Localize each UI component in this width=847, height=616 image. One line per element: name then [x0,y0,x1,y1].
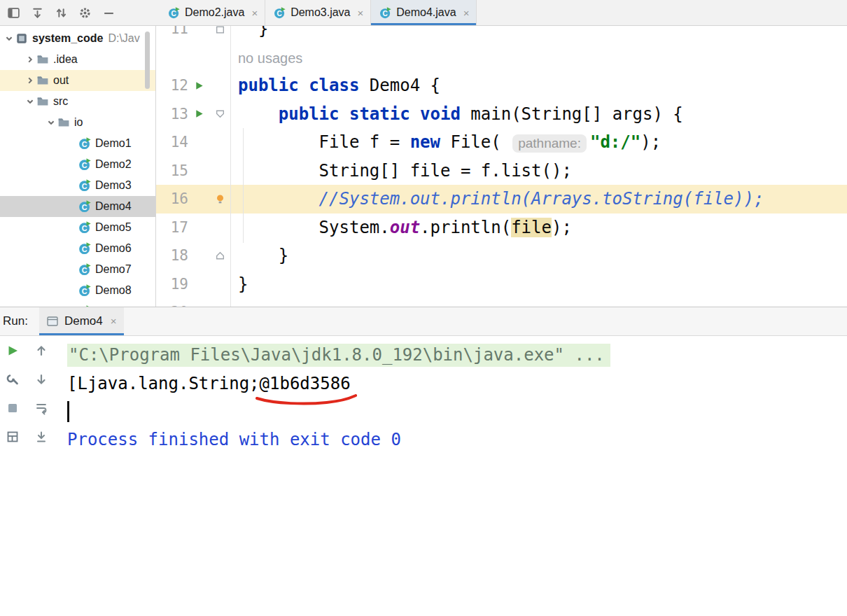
gutter[interactable]: 20 [156,298,231,307]
code-text[interactable]: System.out.println(file); [231,218,572,237]
run-controls-strip [0,336,25,616]
code-text[interactable]: //System.out.println(Arrays.toString(fil… [231,189,764,209]
collapse-all-icon[interactable] [28,4,46,22]
tool-window-icon[interactable] [4,4,22,22]
tree-item-Demo5[interactable]: CDemo5 [0,217,155,238]
chevron-right-icon[interactable] [24,74,36,87]
folder-icon [36,74,49,87]
tab-label: Demo4.java [396,6,456,19]
code-line-17[interactable]: 17 System.out.println(file); [156,214,847,242]
settings-wrench-button[interactable] [4,371,21,388]
tree-item-system_code[interactable]: system_codeD:\Jav [0,28,155,49]
code-text[interactable]: public class Demo4 { [231,76,440,95]
chevron-down-icon[interactable] [45,116,57,129]
scroll-to-end-button[interactable] [33,428,50,445]
hide-panel-icon[interactable] [99,4,118,22]
restore-layout-button[interactable] [4,428,21,445]
code-line-16[interactable]: 16 //System.out.println(Arrays.toString(… [156,185,847,214]
console-output[interactable]: "C:\Program Files\Java\jdk1.8.0_192\bin\… [57,336,847,616]
editor-tab-Demo2.java[interactable]: CDemo2.java× [160,0,265,25]
red-underline-annotation [254,394,358,405]
line-number[interactable]: 19 [156,276,188,293]
line-number[interactable]: 11 [156,26,188,37]
project-scrollbar[interactable] [145,31,150,89]
usages-hint[interactable]: no usages [238,50,302,66]
tree-item-src[interactable]: src [0,91,155,112]
class-icon: C [379,7,391,19]
code-text[interactable]: } [231,246,288,265]
code-line-12[interactable]: 12public class Demo4 { [156,71,847,100]
soft-wrap-button[interactable] [33,400,50,416]
close-tab-icon[interactable]: × [463,7,470,19]
line-number[interactable]: 16 [156,190,188,207]
tree-item-.idea[interactable]: .idea [0,49,155,70]
tree-item-Demo3[interactable]: CDemo3 [0,175,155,196]
project-panel: system_codeD:\Jav.ideaoutsrcioCDemo1CDem… [0,26,156,307]
code-line-19[interactable]: 19} [156,270,847,299]
class-icon: C [78,221,91,234]
tree-item-Demo6[interactable]: CDemo6 [0,238,155,259]
chevron-right-icon[interactable] [24,53,36,66]
editor-tab-Demo3.java[interactable]: CDemo3.java× [265,0,371,25]
down-stack-trace-button[interactable] [33,371,50,388]
tree-item-out[interactable]: out [0,70,155,91]
run-line-icon[interactable] [194,108,204,119]
gutter[interactable]: 15 [156,157,231,186]
code-line-15[interactable]: 15 String[] file = f.list(); [156,157,847,186]
code-text[interactable]: } [231,26,268,38]
code-line-18[interactable]: 18 } [156,241,847,270]
gutter[interactable]: 12 [156,71,231,100]
fold-collapse-icon[interactable] [215,108,225,119]
expand-collapse-icon[interactable] [52,4,70,22]
gutter[interactable]: 17 [156,214,231,242]
rerun-button[interactable] [4,342,21,359]
class-icon: C [78,158,91,171]
close-tab-icon[interactable]: × [251,7,258,19]
tree-item-io[interactable]: io [0,112,155,133]
run-line-icon[interactable] [194,80,204,91]
stop-button[interactable] [4,400,21,416]
gutter[interactable]: 14 [156,128,231,157]
code-line-20[interactable]: 20 [156,298,847,307]
code-text[interactable]: } [231,274,248,294]
fold-expand-icon[interactable] [215,251,225,261]
tree-item-Demo7[interactable]: CDemo7 [0,259,155,280]
settings-gear-icon[interactable] [76,4,94,22]
chevron-down-icon[interactable] [24,95,36,108]
chevron-down-icon[interactable] [3,32,15,45]
code-text[interactable]: public static void main(String[] args) { [231,104,683,124]
code-line-13[interactable]: 13 public static void main(String[] args… [156,100,847,129]
close-run-tab-icon[interactable]: × [111,315,117,327]
code-editor[interactable]: 11 }no usages12public class Demo4 {13 pu… [156,26,847,307]
fold-box-icon[interactable] [215,26,225,34]
gutter[interactable]: 13 [156,100,231,129]
gutter[interactable]: 11 [156,26,231,43]
editor-tab-Demo4.java[interactable]: CDemo4.java× [371,0,477,25]
line-number[interactable]: 17 [156,219,188,236]
gutter[interactable]: 16 [156,185,231,214]
run-tab-label: Demo4 [64,314,103,328]
tree-item-Demo1[interactable]: CDemo1 [0,133,155,154]
intention-bulb-icon[interactable] [215,194,225,204]
line-number[interactable]: 18 [156,247,188,264]
gutter[interactable]: 18 [156,241,231,270]
line-number[interactable]: 15 [156,162,188,179]
up-stack-trace-button[interactable] [33,342,50,359]
line-number[interactable]: 14 [156,134,188,150]
line-number[interactable]: 20 [156,304,188,306]
run-tab-demo4[interactable]: Demo4 × [39,307,124,335]
tree-item-Demo2[interactable]: CDemo2 [0,154,155,175]
code-line-11[interactable]: 11 } [156,26,847,43]
class-icon: C [78,284,91,297]
close-tab-icon[interactable]: × [358,7,364,19]
tree-item-Demo8[interactable]: CDemo8 [0,280,155,301]
line-number[interactable]: 12 [156,77,188,94]
code-text[interactable]: String[] file = f.list(); [231,161,572,181]
code-text[interactable]: File f = new File( pathname:"d:/"); [231,132,661,152]
code-line-14[interactable]: 14 File f = new File( pathname:"d:/"); [156,128,847,157]
gutter[interactable]: 19 [156,270,231,299]
line-number[interactable]: 13 [156,106,188,122]
tree-item-Demo9[interactable]: CDemo9 [0,301,155,307]
folder-icon [36,53,49,66]
tree-item-Demo4[interactable]: CDemo4 [0,196,155,217]
